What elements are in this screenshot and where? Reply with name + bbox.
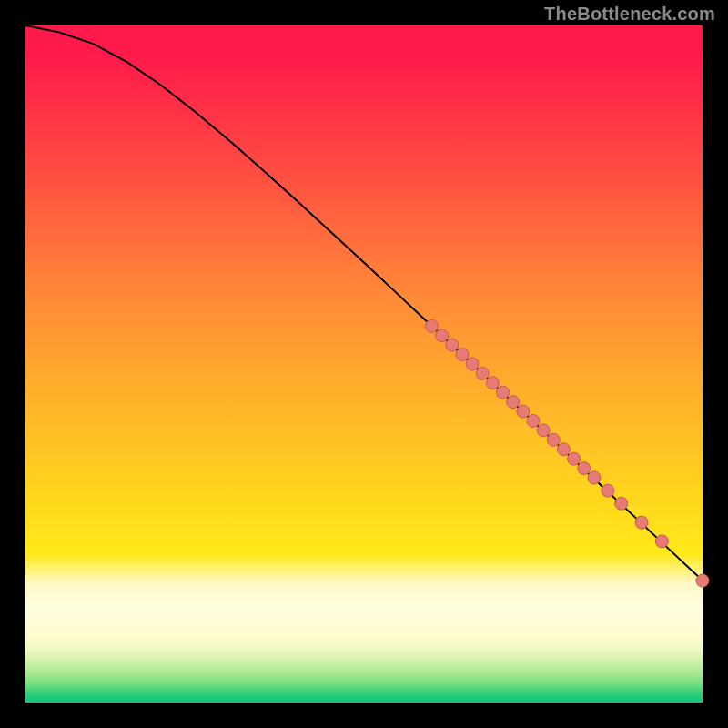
scatter-dot	[446, 339, 459, 351]
scatter-dot	[497, 386, 510, 399]
scatter-dot	[547, 433, 560, 446]
scatter-dot	[436, 329, 449, 342]
scatter-dot	[517, 405, 530, 418]
scatter-dot	[578, 462, 591, 475]
scatter-dot	[602, 484, 614, 497]
scatter-dot	[655, 535, 668, 548]
scatter-dot	[507, 396, 520, 409]
scatter-dot	[588, 471, 601, 484]
scatter-dot	[466, 358, 479, 370]
scatter-dot	[456, 349, 469, 361]
scatter-dot	[537, 424, 550, 437]
scatter-dot	[486, 377, 499, 389]
scatter-dot	[615, 497, 628, 510]
scatter-dot	[635, 516, 648, 529]
scatter-dot	[527, 415, 540, 428]
scatter-dot	[568, 452, 581, 465]
curve-line	[25, 25, 703, 581]
chart-svg	[25, 25, 703, 703]
chart-stage: TheBottleneck.com	[0, 0, 728, 728]
plot-area	[25, 25, 703, 703]
scatter-dot	[696, 574, 709, 587]
scatter-dot	[476, 367, 489, 379]
scatter-dot	[425, 319, 438, 332]
scatter-dot	[557, 443, 570, 456]
watermark-text: TheBottleneck.com	[544, 4, 715, 25]
